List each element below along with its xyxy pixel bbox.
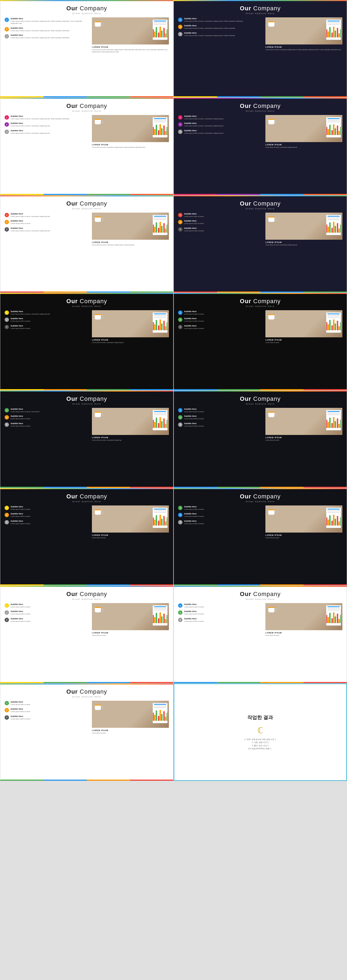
item-desc-3: Lorem ipsum dolor sit amet.: [11, 327, 89, 329]
accent-seg: [0, 682, 44, 683]
item-desc-1: Lorem ipsum dolor sit amet.: [184, 508, 263, 510]
item-text-2: Subtitle Here Lorem ipsum dolor sit amet…: [184, 122, 263, 127]
item-row-2: 2 Subtitle Here Lorem ipsum dolor sit am…: [178, 220, 263, 224]
accent-seg: [44, 96, 87, 97]
slide-3: Our Company Great Subtitle Here 1 Subtit…: [0, 98, 174, 195]
item-text-3: Subtitle Here Lorem ipsum dolor sit amet…: [11, 129, 89, 134]
right-column: LOREM IPSUM Lorem dolor sit amet, consec…: [266, 115, 342, 188]
item-text-2: Subtitle Here Lorem ipsum dolor sit amet…: [11, 512, 89, 517]
slide-subtitle: Great Subtitle Here: [0, 402, 173, 405]
item-text-1: Subtitle Here Lorem ipsum dolor sit amet…: [11, 408, 89, 413]
item-desc-2: Lorem ipsum dolor sit amet.: [184, 320, 263, 322]
slide-header: Our Company Great Subtitle Here: [174, 294, 347, 309]
bottom-accent: [0, 584, 173, 585]
lorem-title: LOREM IPSUM: [92, 339, 169, 341]
item-text-2: Subtitle Here Lorem ipsum dolor sit amet…: [184, 220, 263, 224]
slide-subtitle: Great Subtitle Here: [174, 402, 347, 405]
accent-seg: [130, 780, 174, 781]
slide-content: 1 Subtitle Here Lorem ipsum dolor sit am…: [174, 504, 347, 580]
slide-subtitle: Great Subtitle Here: [0, 207, 173, 210]
item-desc-2: Lorem ipsum dolor sit amet.: [11, 222, 89, 224]
item-title-3: Subtitle Here: [11, 422, 89, 425]
slide-10: Our Company Great Subtitle Here 1 Subtit…: [174, 390, 347, 488]
items-column: 1 Subtitle Here Lorem ipsum dolor sit am…: [5, 115, 89, 188]
items-column: 1 Subtitle Here Lorem ipsum dolor sit am…: [5, 310, 89, 383]
lorem-text: Lorem dolor sit amet.: [266, 341, 342, 344]
lorem-block: LOREM IPSUM Lorem dolor sit amet, consec…: [92, 241, 169, 286]
item-title-2: Subtitle Here: [184, 610, 263, 612]
item-desc-3: Lorem ipsum dolor sit amet.: [11, 620, 89, 622]
right-column: LOREM IPSUM Lorem dolor sit amet, consec…: [266, 18, 342, 91]
bullet-3: 3: [178, 618, 183, 622]
item-row-1: 1 Subtitle Here Lorem ipsum dolor sit am…: [5, 408, 89, 413]
item-title-3: Subtitle Here: [11, 227, 89, 229]
lorem-text: Lorem dolor sit amet.: [266, 439, 342, 441]
slide-14: Our Company Great Subtitle Here 1 Subtit…: [174, 586, 347, 683]
bottom-accent: [174, 487, 347, 488]
lorem-block: LOREM IPSUM Lorem dolor sit amet, consec…: [92, 144, 169, 188]
slide-subtitle: Great Subtitle Here: [174, 500, 347, 503]
lorem-block: LOREM IPSUM Lorem dolor sit amet.: [266, 339, 342, 383]
accent-seg: [87, 487, 130, 488]
slide-6: Our Company Great Subtitle Here 1 Subtit…: [174, 195, 347, 293]
accent-seg: [174, 194, 217, 195]
slide-12: Our Company Great Subtitle Here 1 Subtit…: [174, 488, 347, 586]
bottom-accent: [0, 487, 173, 488]
item-title-1: Subtitle Here: [11, 506, 89, 508]
lorem-text: Lorem dolor sit amet.: [266, 537, 342, 539]
accent-seg: [0, 780, 44, 781]
item-text-2: Subtitle Here Lorem ipsum dolor sit amet…: [184, 415, 263, 420]
item-desc-2: Lorem ipsum dolor sit amet.: [11, 613, 89, 615]
item-text-2: Subtitle Here Lorem ipsum dolor sit amet…: [11, 415, 89, 420]
items-column: 1 Subtitle Here Lorem ipsum dolor sit am…: [178, 603, 263, 676]
items-column: 1 Subtitle Here Lorem ipsum dolor sit am…: [5, 408, 89, 481]
item-title-2: Subtitle Here: [11, 512, 89, 515]
item-desc-3: Lorem ipsum dolor sit amet.: [11, 425, 89, 427]
accent-seg: [260, 584, 304, 585]
slide-header: Our Company Great Subtitle Here: [174, 196, 347, 212]
accent-seg: [260, 682, 304, 683]
item-text-1: Subtitle Here Lorem ipsum dolor sit amet…: [184, 213, 263, 218]
item-desc-2: Lorem ipsum dolor sit amet.: [184, 418, 263, 420]
right-column: LOREM IPSUM Lorem dolor sit amet.: [266, 603, 342, 676]
bottom-accent: [174, 389, 347, 390]
item-text-2: Subtitle Here Lorem ipsum dolor sit amet…: [184, 317, 263, 322]
accent-seg: [44, 291, 87, 293]
bullet-3: 3: [5, 520, 9, 525]
accent-seg: [87, 780, 130, 781]
lorem-block: LOREM IPSUM Lorem dolor sit amet, consec…: [92, 339, 169, 383]
accent-seg: [217, 682, 261, 683]
bottom-accent: [0, 96, 173, 97]
item-text-3: Subtitle Here Lorem ipsum dolor sit amet…: [184, 227, 263, 232]
slide-content: 1 Subtitle Here Lorem ipsum dolor sit am…: [174, 407, 347, 482]
accent-seg: [44, 389, 87, 390]
bullet-3: 3: [178, 32, 183, 37]
item-text-3: Subtitle Here Lorem ipsum dolor sit amet…: [184, 129, 263, 134]
slide-subtitle: Great Subtitle Here: [174, 598, 347, 600]
item-title-3: Subtitle Here: [184, 520, 263, 522]
item-desc-2: Lorem ipsum dolor sit amet.: [11, 515, 89, 517]
slide-header: Our Company Great Subtitle Here: [0, 294, 173, 309]
item-desc-3: Lorem ipsum dolor sit amet.: [184, 620, 263, 622]
accent-seg: [217, 584, 261, 585]
item-text-2: Subtitle Here Lorem ipsum dolor sit amet…: [184, 512, 263, 517]
bullet-2: 2: [5, 708, 9, 712]
bullet-1: 1: [5, 701, 9, 705]
item-title-3: Subtitle Here: [184, 129, 263, 132]
right-column: LOREM IPSUM Lorem dolor sit amet, consec…: [266, 213, 342, 286]
item-title-2: Subtitle Here: [184, 415, 263, 417]
item-desc-1: Lorem ipsum dolor sit amet, consectetur …: [11, 313, 89, 315]
item-desc-3: Lorem ipsum dolor sit amet.: [184, 327, 263, 329]
item-desc-1: Lorem ipsum dolor sit amet.: [184, 606, 263, 608]
item-title-2: Subtitle Here: [11, 610, 89, 612]
right-column: LOREM IPSUM Lorem dolor sit amet, consec…: [92, 310, 169, 383]
item-title-1: Subtitle Here: [184, 115, 263, 118]
accent-seg: [304, 389, 347, 390]
bullet-2: 2: [178, 220, 183, 224]
items-column: 1 Subtitle Here Lorem ipsum dolor sit am…: [178, 408, 263, 481]
item-desc-2: Lorem ipsum dolor sit amet, consectetur …: [11, 125, 89, 127]
item-title-2: Subtitle Here: [184, 512, 263, 515]
lorem-title: LOREM IPSUM: [92, 534, 169, 536]
item-text-1: Subtitle Here Lorem ipsum dolor sit amet…: [184, 603, 263, 608]
item-title-3: Subtitle Here: [184, 422, 263, 425]
